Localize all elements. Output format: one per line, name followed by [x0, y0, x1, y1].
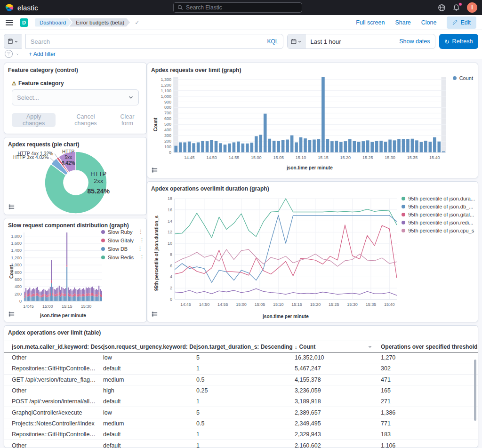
table-row[interactable]: Otherlow516,352,0101,270: [4, 352, 478, 363]
feature-category-select[interactable]: Select...: [12, 89, 139, 105]
table-cell[interactable]: Repositories::GitHttpController#info_ref…: [12, 365, 103, 372]
table-cell[interactable]: 0.5: [196, 420, 295, 427]
column-header-4[interactable]: Operations over specified threshold...: [381, 344, 478, 350]
legend-menu-icon[interactable]: ⋮: [137, 254, 145, 260]
legend-toggle-button[interactable]: [151, 311, 160, 319]
table-cell[interactable]: default: [103, 431, 196, 438]
elastic-brand[interactable]: elastic: [5, 3, 38, 12]
table-cell[interactable]: 2,389,657: [295, 409, 381, 416]
menu-icon[interactable]: [6, 20, 13, 25]
share-link[interactable]: Share: [395, 19, 410, 26]
legend-item-gitaly[interactable]: 95th percentile of json.gital...: [402, 212, 475, 217]
column-header-1[interactable]: json.request_urgency.keyword: Des...: [103, 344, 196, 350]
table-cell[interactable]: 5,467,247: [295, 365, 381, 372]
breadcrumb-dashboard[interactable]: Dashboard: [35, 18, 72, 27]
table-cell[interactable]: 1,106: [381, 442, 478, 448]
table-cell[interactable]: 0.5: [196, 376, 295, 383]
table-cell[interactable]: 1: [196, 431, 295, 438]
legend-item-redis[interactable]: 95th percentile of json.redi...: [402, 220, 475, 225]
table-cell[interactable]: 0.25: [196, 387, 295, 394]
notifications-icon[interactable]: [452, 4, 460, 12]
legend-item-db[interactable]: 95th percentile of json.db_...: [402, 204, 475, 209]
table-cell[interactable]: 2,349,495: [295, 420, 381, 427]
legend-toggle-button[interactable]: [151, 167, 160, 175]
table-cell[interactable]: GraphqlController#execute: [12, 409, 103, 416]
table-row[interactable]: POST /api/:version/internal/alloweddefau…: [4, 396, 478, 407]
table-cell[interactable]: 1,386: [381, 409, 478, 416]
table-cell[interactable]: 271: [381, 398, 478, 405]
pie-chart[interactable]: HTTP2xx85.24%HTTP 3xx 4.02%HTTP 4xx 1.32…: [4, 148, 147, 215]
table-cell[interactable]: 5: [196, 354, 295, 361]
full-screen-link[interactable]: Full screen: [356, 19, 385, 26]
kql-search-input[interactable]: Search KQL: [25, 34, 284, 49]
table-row[interactable]: Repositories::GitHttpController#info_ref…: [4, 363, 478, 374]
table-cell[interactable]: Other: [12, 442, 103, 448]
legend-item-cpu[interactable]: 95th percentile of json.cpu_s: [402, 228, 475, 233]
table-cell[interactable]: 1: [196, 398, 295, 405]
legend-menu-icon[interactable]: ⋮: [137, 237, 145, 243]
add-filter-link[interactable]: + Add filter: [29, 51, 56, 57]
table-scrollbar[interactable]: [474, 360, 476, 421]
refresh-button[interactable]: ↻ Refresh: [439, 34, 478, 49]
legend-menu-icon[interactable]: ⋮: [136, 229, 144, 235]
calendar-menu-button[interactable]: [288, 34, 305, 48]
table-cell[interactable]: 1,270: [381, 354, 478, 361]
table-cell[interactable]: 302: [381, 365, 478, 372]
table-cell[interactable]: medium: [103, 420, 196, 427]
legend-item-slow-ruby[interactable]: Slow Ruby ⋮: [101, 229, 143, 235]
legend-item-count[interactable]: Count: [453, 75, 473, 81]
clone-link[interactable]: Clone: [421, 19, 437, 26]
column-header-3[interactable]: ↓Count: [295, 344, 381, 350]
space-avatar[interactable]: D: [20, 18, 28, 27]
table-cell[interactable]: 471: [381, 376, 478, 383]
edit-button[interactable]: Edit: [447, 16, 476, 29]
table-cell[interactable]: GET /api/:version/feature_flags/unleash.…: [12, 376, 103, 383]
legend-item-slow-redis[interactable]: Slow Redis ⋮: [101, 254, 143, 260]
table-row[interactable]: Otherdefault12,160,6021,106: [4, 440, 478, 448]
cancel-changes-button[interactable]: Cancel changes: [68, 113, 104, 127]
table-cell[interactable]: default: [103, 442, 196, 448]
table-cell[interactable]: 2,160,602: [295, 442, 381, 448]
table-cell[interactable]: 1: [196, 365, 295, 372]
table-cell[interactable]: Other: [12, 387, 103, 394]
table-cell[interactable]: high: [103, 387, 196, 394]
table-cell[interactable]: 5: [196, 409, 295, 416]
table-cell[interactable]: default: [103, 398, 196, 405]
table-cell[interactable]: 2,329,943: [295, 431, 381, 438]
table-row[interactable]: GET /api/:version/feature_flags/unleash.…: [4, 375, 478, 385]
table-cell[interactable]: 3,236,059: [295, 387, 381, 394]
table-cell[interactable]: POST /api/:version/internal/allowed: [12, 398, 103, 405]
table-row[interactable]: Projects::NotesController#indexmedium0.5…: [4, 418, 478, 429]
filter-options-icon[interactable]: [5, 50, 13, 58]
table-cell[interactable]: Repositories::GitHttpController#git_upl.…: [12, 431, 103, 438]
kql-selector[interactable]: KQL: [267, 38, 278, 45]
user-avatar[interactable]: I: [467, 2, 477, 13]
table-cell[interactable]: 16,352,010: [295, 354, 381, 361]
legend-toggle-button[interactable]: [8, 203, 16, 212]
column-header-2[interactable]: json.target_duration_s: Descending: [196, 344, 295, 350]
table-cell[interactable]: 4,155,378: [295, 376, 381, 383]
table-cell[interactable]: 771: [381, 420, 478, 427]
legend-item-slow-db[interactable]: Slow DB ⋮: [101, 246, 143, 252]
table-cell[interactable]: low: [103, 409, 196, 416]
bar-chart[interactable]: 01002003004005006007008009001,0001,1001,…: [150, 73, 474, 178]
show-dates-link[interactable]: Show dates: [399, 38, 430, 45]
table-row[interactable]: GraphqlController#executelow52,389,6571,…: [4, 407, 478, 418]
table-cell[interactable]: medium: [103, 376, 196, 383]
table-cell[interactable]: 1: [196, 442, 295, 448]
table-cell[interactable]: 165: [381, 387, 478, 394]
table-row[interactable]: Repositories::GitHttpController#git_upl.…: [4, 429, 478, 440]
table-cell[interactable]: default: [103, 365, 196, 372]
apply-changes-button[interactable]: Apply changes: [12, 113, 56, 127]
legend-toggle-button[interactable]: [8, 311, 16, 319]
legend-menu-icon[interactable]: ⋮: [135, 246, 143, 252]
table-cell[interactable]: Other: [12, 354, 103, 361]
table-cell[interactable]: 3,189,918: [295, 398, 381, 405]
legend-item-duration[interactable]: 95th percentile of json.dura...: [402, 196, 475, 201]
table-cell[interactable]: 183: [381, 431, 478, 438]
saved-query-menu-button[interactable]: [4, 34, 22, 49]
table-cell[interactable]: Projects::NotesController#index: [12, 420, 103, 427]
legend-item-slow-gitaly[interactable]: Slow Gitaly ⋮: [101, 237, 143, 243]
table-row[interactable]: Otherhigh0.253,236,059165: [4, 385, 478, 396]
global-search-input[interactable]: Search Elastic: [173, 2, 302, 13]
